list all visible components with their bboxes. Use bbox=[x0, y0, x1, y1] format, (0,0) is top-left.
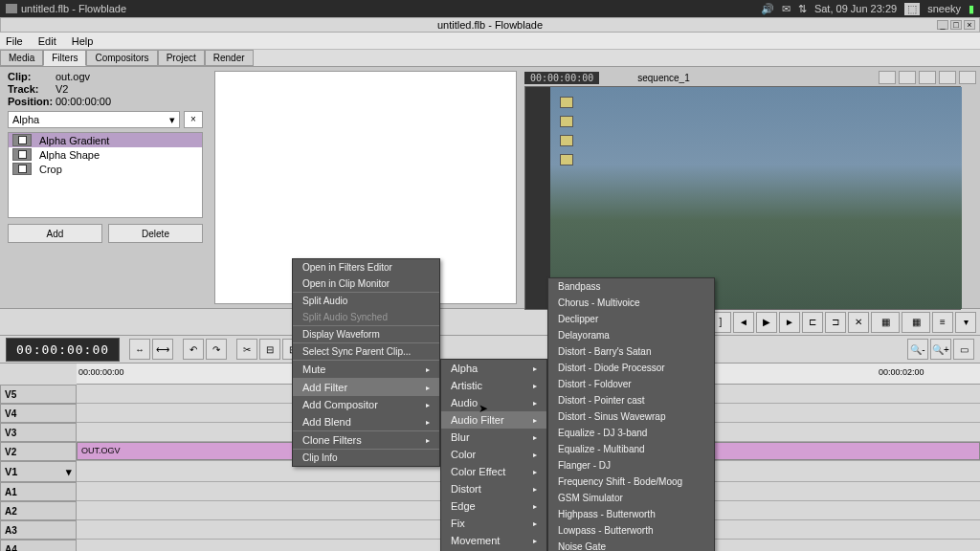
track-header[interactable]: A4 bbox=[0, 540, 77, 551]
display-icon[interactable]: ⬚ bbox=[904, 3, 920, 15]
ctx-clip-info[interactable]: Clip Info bbox=[293, 449, 439, 466]
ctx-add-blend[interactable]: Add Blend▸ bbox=[293, 413, 439, 430]
ctx-split-audio[interactable]: Split Audio bbox=[293, 292, 439, 309]
audio-filter-item[interactable]: Distort - Diode Processor bbox=[548, 360, 714, 376]
insert-button[interactable]: ▦ bbox=[871, 312, 900, 333]
track-header[interactable]: V1▾ bbox=[0, 461, 77, 482]
filter-list[interactable]: Alpha Gradient Alpha Shape Crop bbox=[8, 132, 203, 218]
prev-button[interactable]: ◄ bbox=[733, 312, 754, 333]
track-header[interactable]: A1 bbox=[0, 482, 77, 501]
minimize-button[interactable]: _ bbox=[937, 20, 948, 30]
menu-button[interactable]: ≡ bbox=[932, 312, 953, 333]
menu-help[interactable]: Help bbox=[72, 35, 94, 47]
submenu-item[interactable]: Distort▸ bbox=[441, 480, 546, 497]
submenu-item[interactable]: Color▸ bbox=[441, 446, 546, 463]
submenu-item[interactable]: Fix▸ bbox=[441, 515, 546, 532]
submenu-item[interactable]: Color Effect▸ bbox=[441, 463, 546, 480]
delete-button[interactable]: Delete bbox=[108, 224, 203, 243]
next-button[interactable]: ► bbox=[779, 312, 800, 333]
audio-filter-item[interactable]: Chorus - Multivoice bbox=[548, 295, 714, 311]
dropdown-button[interactable]: ▾ bbox=[955, 312, 976, 333]
nav-icon[interactable] bbox=[939, 71, 956, 84]
filter-checkbox[interactable] bbox=[18, 136, 27, 144]
audio-filter-item[interactable]: Distort - Pointer cast bbox=[548, 392, 714, 408]
filter-item[interactable]: Alpha Shape bbox=[9, 147, 202, 162]
zoom-fit-button[interactable]: ▭ bbox=[953, 339, 974, 360]
zoom-in-button[interactable]: 🔍+ bbox=[930, 339, 951, 360]
filter-checkbox[interactable] bbox=[18, 150, 27, 159]
undo-button[interactable]: ↶ bbox=[183, 339, 204, 360]
track-header[interactable]: V5 bbox=[0, 385, 77, 404]
out-button[interactable]: ⊐ bbox=[825, 312, 846, 333]
audio-filter-item[interactable]: Bandpass bbox=[548, 278, 714, 295]
audio-filter-item[interactable]: Delayorama bbox=[548, 327, 714, 343]
close-button[interactable]: × bbox=[964, 20, 975, 30]
play-button[interactable]: ▶ bbox=[756, 312, 777, 333]
username[interactable]: sneeky bbox=[927, 3, 961, 14]
maximize-button[interactable]: □ bbox=[950, 20, 962, 30]
submenu-item[interactable]: Artistic▸ bbox=[441, 377, 546, 394]
tool-button[interactable]: ↔ bbox=[129, 339, 150, 360]
audio-filter-item[interactable]: Equalize - DJ 3-band bbox=[548, 425, 714, 441]
filter-checkbox[interactable] bbox=[18, 165, 27, 173]
audio-filter-item[interactable]: Noise Gate bbox=[548, 539, 714, 551]
audio-filter-item[interactable]: Lowpass - Butterworth bbox=[548, 522, 714, 539]
ctx-add-filter[interactable]: Add Filter▸ bbox=[293, 378, 439, 396]
audio-filter-item[interactable]: Flanger - DJ bbox=[548, 457, 714, 474]
submenu-item[interactable]: Blur▸ bbox=[441, 429, 546, 446]
zoom-out-button[interactable]: 🔍- bbox=[907, 339, 928, 360]
mail-icon[interactable]: ✉ bbox=[782, 3, 791, 15]
in-button[interactable]: ⊏ bbox=[802, 312, 823, 333]
overwrite-button[interactable]: ▦ bbox=[902, 312, 930, 333]
cut-button[interactable]: ✂ bbox=[236, 339, 257, 360]
submenu-item[interactable]: Audio Filter▸ bbox=[441, 411, 546, 429]
submenu-item[interactable]: Edge▸ bbox=[441, 497, 546, 515]
redo-button[interactable]: ↷ bbox=[206, 339, 227, 360]
nav-icon[interactable] bbox=[879, 71, 896, 84]
submenu-item[interactable]: Alpha▸ bbox=[441, 360, 546, 377]
filter-item[interactable]: Alpha Gradient bbox=[9, 133, 202, 147]
add-button[interactable]: Add bbox=[8, 224, 102, 243]
ctx-open-filters[interactable]: Open in Filters Editor bbox=[293, 259, 439, 276]
filter-clear-button[interactable]: × bbox=[184, 111, 203, 128]
audio-filter-item[interactable]: GSM Simulator bbox=[548, 490, 714, 506]
audio-filter-item[interactable]: Distort - Sinus Wavewrap bbox=[548, 408, 714, 425]
audio-filter-item[interactable]: Highpass - Butterworth bbox=[548, 506, 714, 522]
ctx-select-sync[interactable]: Select Sync Parent Clip... bbox=[293, 342, 439, 360]
audio-filter-item[interactable]: Distort - Barry's Satan bbox=[548, 343, 714, 360]
track-header[interactable]: V4 bbox=[0, 404, 77, 423]
tool-button[interactable]: ⟷ bbox=[152, 339, 173, 360]
audio-filter-item[interactable]: Frequency Shift - Bode/Moog bbox=[548, 474, 714, 490]
nav-icon[interactable] bbox=[919, 71, 936, 84]
audio-filter-item[interactable]: Equalize - Multiband bbox=[548, 441, 714, 457]
tab-render[interactable]: Render bbox=[205, 50, 254, 66]
submenu-item[interactable]: Movement▸ bbox=[441, 532, 546, 549]
ctx-open-clip[interactable]: Open in Clip Monitor bbox=[293, 276, 439, 292]
audio-filter-item[interactable]: Distort - Foldover bbox=[548, 376, 714, 392]
filter-item[interactable]: Crop bbox=[9, 162, 202, 176]
tool-button[interactable]: ⊟ bbox=[259, 339, 280, 360]
submenu-item[interactable]: Audio▸ bbox=[441, 394, 546, 411]
ctx-display-wave[interactable]: Display Waveform bbox=[293, 325, 439, 342]
menu-file[interactable]: File bbox=[6, 35, 23, 47]
menu-edit[interactable]: Edit bbox=[38, 35, 56, 47]
tab-filters[interactable]: Filters bbox=[43, 50, 86, 66]
volume-icon[interactable]: 🔊 bbox=[761, 3, 774, 15]
clear-marks-button[interactable]: ✕ bbox=[848, 312, 869, 333]
ctx-add-compositor[interactable]: Add Compositor▸ bbox=[293, 396, 439, 413]
nav-icon[interactable] bbox=[899, 71, 916, 84]
track-header[interactable]: A2 bbox=[0, 501, 77, 520]
preview-monitor[interactable] bbox=[524, 86, 961, 310]
track-header[interactable]: V2 bbox=[0, 442, 77, 461]
nav-icon[interactable] bbox=[959, 71, 976, 84]
tab-compositors[interactable]: Compositors bbox=[86, 50, 157, 66]
track-header[interactable]: V3 bbox=[0, 423, 77, 442]
ctx-clone-filters[interactable]: Clone Filters▸ bbox=[293, 430, 439, 449]
track-header[interactable]: A3 bbox=[0, 520, 77, 540]
filter-category-select[interactable]: Alpha ▾ bbox=[8, 111, 180, 128]
ctx-mute[interactable]: Mute▸ bbox=[293, 360, 439, 378]
network-icon[interactable]: ⇅ bbox=[798, 3, 807, 15]
tab-project[interactable]: Project bbox=[158, 50, 205, 66]
audio-filter-item[interactable]: Declipper bbox=[548, 311, 714, 327]
tab-media[interactable]: Media bbox=[0, 50, 43, 66]
